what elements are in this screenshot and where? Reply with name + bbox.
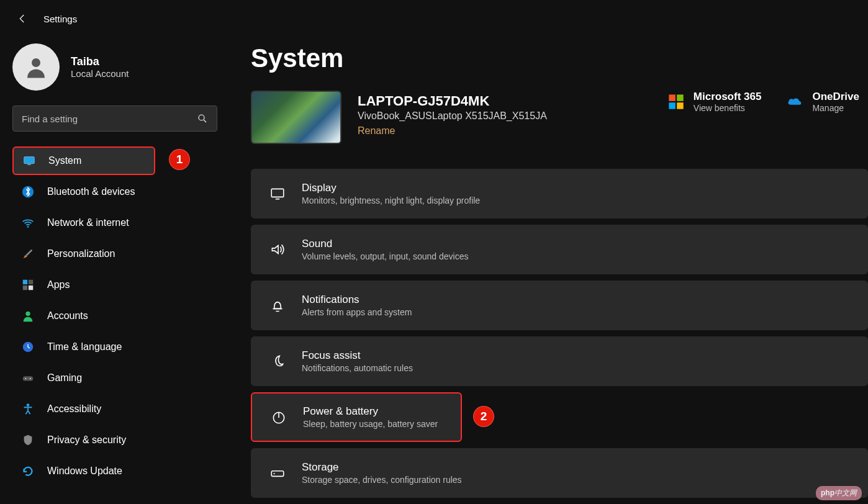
- sidebar-item-label: Accounts: [47, 310, 88, 322]
- avatar: [12, 43, 60, 91]
- search-icon: [197, 113, 208, 124]
- card-sound[interactable]: Sound Volume levels, output, input, soun…: [251, 225, 868, 274]
- apps-icon: [21, 278, 35, 292]
- sidebar-item-accounts[interactable]: Accounts: [12, 302, 217, 330]
- sidebar-item-label: Time & language: [47, 341, 122, 353]
- sidebar-item-label: System: [48, 155, 81, 166]
- sidebar-item-label: Apps: [47, 279, 70, 290]
- card-subtitle: Notifications, automatic rules: [302, 363, 413, 373]
- svg-rect-17: [669, 94, 676, 101]
- card-title: Sound: [302, 238, 469, 250]
- card-subtitle: Sleep, battery usage, battery saver: [303, 419, 438, 429]
- svg-rect-8: [29, 280, 33, 284]
- sidebar: Taiba Local Account System 1: [0, 35, 230, 504]
- svg-point-0: [32, 58, 40, 67]
- sidebar-item-time[interactable]: Time & language: [12, 333, 217, 361]
- storage-icon: [269, 465, 286, 481]
- card-subtitle: Alerts from apps and system: [302, 307, 412, 317]
- svg-point-16: [27, 403, 30, 407]
- svg-rect-19: [669, 102, 676, 109]
- card-subtitle: Storage space, drives, configuration rul…: [302, 475, 462, 485]
- sidebar-item-label: Gaming: [47, 372, 82, 384]
- svg-rect-13: [23, 376, 34, 380]
- card-focus-assist[interactable]: Focus assist Notifications, automatic ru…: [251, 336, 868, 386]
- search-box[interactable]: [12, 106, 217, 132]
- rename-device-link[interactable]: Rename: [358, 125, 651, 137]
- card-title: Notifications: [302, 294, 412, 306]
- sidebar-item-label: Privacy & security: [47, 434, 126, 446]
- device-name: LAPTOP-GJ57D4MK: [358, 93, 651, 109]
- sidebar-item-gaming[interactable]: Gaming: [12, 364, 217, 392]
- sidebar-item-label: Network & internet: [47, 217, 129, 228]
- sidebar-item-network[interactable]: Network & internet: [12, 209, 217, 237]
- svg-rect-4: [27, 164, 31, 165]
- device-summary: LAPTOP-GJ57D4MK VivoBook_ASUSLaptop X515…: [251, 91, 868, 144]
- card-subtitle: Volume levels, output, input, sound devi…: [302, 251, 469, 261]
- watermark-right: 中文网: [834, 488, 857, 497]
- main-content: System LAPTOP-GJ57D4MK VivoBook_ASUSLapt…: [230, 35, 868, 504]
- svg-point-24: [274, 473, 275, 474]
- sidebar-item-privacy[interactable]: Privacy & security: [12, 426, 217, 454]
- sound-icon: [269, 241, 286, 258]
- svg-rect-9: [23, 286, 27, 290]
- quicklink-title: Microsoft 365: [694, 91, 762, 103]
- sidebar-nav: System 1 Bluetooth & devices Network & i…: [12, 146, 217, 485]
- card-display[interactable]: Display Monitors, brightness, night ligh…: [251, 169, 868, 218]
- power-icon: [271, 409, 287, 425]
- watermark-left: php: [821, 488, 834, 497]
- user-profile[interactable]: Taiba Local Account: [12, 43, 217, 91]
- update-icon: [21, 464, 35, 478]
- settings-cards: Display Monitors, brightness, night ligh…: [251, 169, 868, 498]
- person-icon: [23, 54, 49, 80]
- sidebar-item-system[interactable]: System: [12, 146, 155, 175]
- card-title: Focus assist: [302, 349, 413, 362]
- svg-point-11: [25, 312, 30, 316]
- onedrive-icon: [786, 93, 803, 110]
- quicklink-onedrive[interactable]: OneDrive Manage: [786, 91, 859, 113]
- wifi-icon: [21, 216, 35, 230]
- svg-point-14: [25, 378, 26, 379]
- callout-number-1: 1: [169, 149, 190, 170]
- microsoft-365-icon: [667, 93, 685, 110]
- svg-point-15: [30, 378, 31, 379]
- card-notifications[interactable]: Notifications Alerts from apps and syste…: [251, 281, 868, 330]
- system-icon: [22, 154, 36, 168]
- user-subtitle: Local Account: [71, 68, 129, 79]
- sidebar-item-personalization[interactable]: Personalization: [12, 240, 217, 268]
- device-model: VivoBook_ASUSLaptop X515JAB_X515JA: [358, 110, 651, 122]
- accounts-icon: [21, 309, 35, 323]
- svg-point-1: [199, 115, 204, 120]
- quicklink-microsoft365[interactable]: Microsoft 365 View benefits: [667, 91, 762, 113]
- sidebar-item-update[interactable]: Windows Update: [12, 457, 217, 485]
- svg-rect-10: [29, 286, 33, 290]
- app-title: Settings: [43, 14, 77, 24]
- card-title: Storage: [302, 461, 462, 474]
- sidebar-item-bluetooth[interactable]: Bluetooth & devices: [12, 178, 217, 206]
- card-power-battery[interactable]: Power & battery Sleep, battery usage, ba…: [251, 392, 462, 442]
- sidebar-item-accessibility[interactable]: Accessibility: [12, 395, 217, 423]
- gaming-icon: [21, 371, 35, 385]
- bluetooth-icon: [21, 185, 35, 199]
- sidebar-item-label: Personalization: [47, 248, 115, 259]
- card-storage[interactable]: Storage Storage space, drives, configura…: [251, 448, 868, 498]
- quicklink-subtitle: Manage: [812, 103, 859, 113]
- sidebar-item-label: Bluetooth & devices: [47, 186, 135, 197]
- sidebar-item-label: Accessibility: [47, 403, 101, 415]
- paintbrush-icon: [21, 247, 35, 261]
- card-title: Display: [302, 182, 480, 194]
- shield-icon: [21, 433, 35, 447]
- device-wallpaper-thumb[interactable]: [251, 91, 341, 144]
- search-input[interactable]: [22, 114, 197, 124]
- svg-rect-23: [271, 471, 284, 477]
- arrow-left-icon: [17, 13, 28, 24]
- clock-icon: [21, 340, 35, 354]
- card-subtitle: Monitors, brightness, night light, displ…: [302, 196, 480, 205]
- sidebar-item-apps[interactable]: Apps: [12, 271, 217, 299]
- back-button[interactable]: [15, 11, 30, 26]
- quicklink-subtitle: View benefits: [694, 103, 762, 113]
- svg-rect-2: [24, 157, 35, 164]
- watermark: php中文网: [816, 486, 862, 500]
- display-icon: [269, 186, 286, 202]
- accessibility-icon: [21, 402, 35, 416]
- page-title: System: [251, 43, 868, 73]
